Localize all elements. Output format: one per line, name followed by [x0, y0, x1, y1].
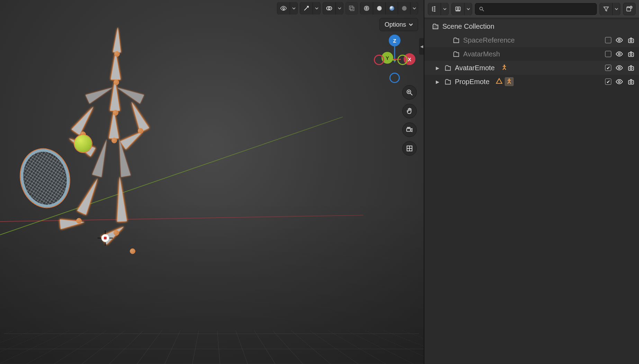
- visibility-toggle[interactable]: [615, 36, 623, 44]
- exclude-checkbox[interactable]: [605, 65, 611, 71]
- outliner-filter-dropdown[interactable]: [612, 3, 620, 15]
- outliner-header: [424, 0, 639, 18]
- svg-line-25: [482, 10, 484, 11]
- viewport-options-button[interactable]: Options: [379, 18, 418, 31]
- outliner-search[interactable]: [475, 3, 597, 15]
- svg-rect-43: [629, 80, 634, 84]
- outliner-item-row[interactable]: SpaceReference: [424, 33, 639, 47]
- gizmo-axis-z[interactable]: Z: [389, 35, 400, 46]
- svg-point-33: [630, 40, 632, 42]
- outliner-view-dropdown[interactable]: [464, 3, 472, 15]
- overlays-dropdown[interactable]: [335, 2, 343, 15]
- outliner-filter-button[interactable]: [600, 3, 612, 15]
- overlays-toggle-button[interactable]: [323, 2, 335, 15]
- outliner-root-label: Scene Collection: [442, 22, 494, 30]
- outliner-item-row[interactable]: AvatarMesh: [424, 47, 639, 61]
- object-type-icons: [500, 64, 508, 72]
- select-visibility-button[interactable]: [277, 2, 290, 15]
- svg-rect-39: [629, 66, 634, 70]
- viewport-header: [277, 2, 418, 15]
- zoom-tool-button[interactable]: [402, 85, 417, 100]
- shading-mode-group: [360, 2, 418, 15]
- svg-point-19: [434, 6, 435, 7]
- svg-rect-30: [433, 25, 438, 29]
- collection-icon: [431, 22, 440, 30]
- collection-icon: [444, 78, 452, 85]
- new-collection-button[interactable]: [623, 3, 636, 15]
- visibility-toggle[interactable]: [615, 50, 623, 58]
- camera-view-button[interactable]: [402, 122, 417, 137]
- armature-icon: [505, 77, 514, 86]
- shading-rendered-button[interactable]: [398, 2, 410, 15]
- outliner-display-mode-button[interactable]: [428, 3, 441, 15]
- svg-point-21: [434, 10, 435, 11]
- shading-wireframe-button[interactable]: [360, 2, 373, 15]
- visibility-toggle[interactable]: [615, 64, 623, 72]
- collection-icon: [444, 64, 452, 72]
- 3d-cursor[interactable]: [98, 231, 112, 245]
- svg-rect-3: [349, 6, 353, 9]
- xray-toggle-button[interactable]: [345, 2, 358, 15]
- svg-rect-32: [629, 39, 634, 43]
- svg-point-24: [480, 7, 483, 10]
- gizmo-axis-neg-z[interactable]: [389, 73, 400, 83]
- svg-point-15: [409, 127, 410, 129]
- svg-point-40: [630, 67, 632, 70]
- svg-point-44: [630, 81, 632, 83]
- perspective-grid-button[interactable]: [402, 141, 417, 156]
- svg-point-20: [434, 8, 435, 9]
- svg-point-8: [402, 6, 406, 10]
- outliner-item-label: SpaceReference: [463, 36, 515, 44]
- 3d-viewport[interactable]: Options Z Y X ◀: [0, 0, 424, 364]
- outliner-tree[interactable]: Scene Collection SpaceReferenceAvatarMes…: [424, 18, 639, 364]
- object-type-icons: [495, 77, 514, 86]
- mesh-icon: [495, 77, 503, 86]
- render-toggle[interactable]: [627, 78, 635, 85]
- svg-rect-13: [407, 128, 411, 131]
- options-label: Options: [385, 21, 406, 28]
- outliner-panel: Scene Collection SpaceReferenceAvatarMes…: [424, 0, 639, 364]
- pan-tool-button[interactable]: [402, 104, 417, 118]
- viewport-side-tools: [402, 85, 417, 156]
- shading-dropdown[interactable]: [410, 2, 418, 15]
- navigation-gizmo[interactable]: Z Y X: [374, 35, 415, 83]
- svg-line-10: [411, 93, 413, 95]
- disclosure-triangle[interactable]: ▸: [434, 64, 441, 72]
- svg-point-34: [618, 53, 620, 55]
- exclude-checkbox[interactable]: [605, 51, 611, 57]
- render-toggle[interactable]: [627, 36, 635, 44]
- prop-tennis-ball[interactable]: [74, 135, 92, 152]
- render-toggle[interactable]: [627, 50, 635, 58]
- gizmo-toggle-button[interactable]: [300, 2, 313, 15]
- svg-point-42: [618, 81, 620, 83]
- shading-solid-button[interactable]: [373, 2, 385, 15]
- gizmo-dropdown[interactable]: [313, 2, 320, 15]
- render-toggle[interactable]: [627, 64, 635, 72]
- svg-point-7: [389, 6, 394, 10]
- select-visibility-dropdown[interactable]: [290, 2, 297, 15]
- svg-point-0: [283, 8, 285, 9]
- collection-icon: [452, 36, 460, 44]
- svg-rect-22: [456, 7, 460, 10]
- outliner-display-mode-dropdown[interactable]: [441, 3, 448, 15]
- outliner-item-row[interactable]: ▸PropEmote: [424, 75, 639, 89]
- svg-point-38: [618, 67, 620, 69]
- sidebar-toggle-handle[interactable]: ◀: [419, 38, 424, 55]
- outliner-search-input[interactable]: [487, 6, 593, 12]
- collection-icon: [452, 50, 460, 58]
- gizmo-axis-neg-y[interactable]: [397, 55, 408, 65]
- outliner-item-row[interactable]: ▸AvatarEmote: [424, 61, 639, 75]
- disclosure-triangle[interactable]: ▸: [434, 78, 441, 86]
- shading-material-button[interactable]: [385, 2, 398, 15]
- outliner-root-row[interactable]: Scene Collection: [424, 19, 639, 33]
- exclude-checkbox[interactable]: [605, 79, 611, 85]
- svg-rect-4: [351, 7, 354, 11]
- viewport-grid: [0, 330, 424, 364]
- exclude-checkbox[interactable]: [605, 37, 611, 43]
- visibility-toggle[interactable]: [615, 78, 623, 85]
- outliner-view-button[interactable]: [452, 3, 464, 15]
- outliner-item-label: PropEmote: [455, 78, 489, 86]
- svg-rect-35: [629, 53, 634, 56]
- gizmo-axis-neg-x[interactable]: [374, 55, 384, 65]
- outliner-item-label: AvatarEmote: [455, 64, 495, 72]
